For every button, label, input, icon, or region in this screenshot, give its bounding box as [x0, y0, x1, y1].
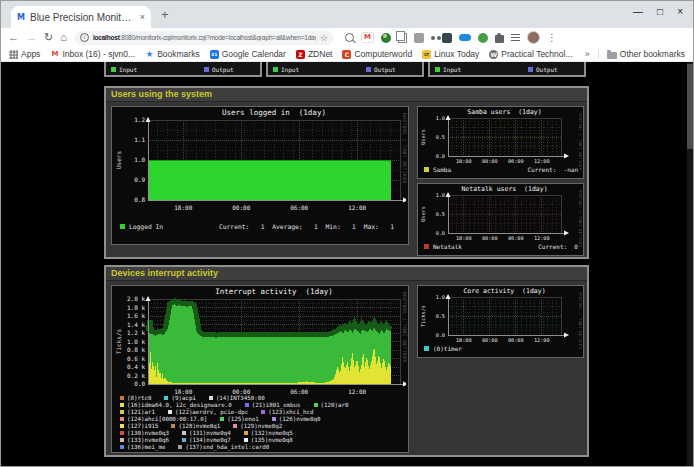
users-section: Users using the system Users logged in (… [104, 86, 589, 259]
y-tick-label: 0.8 [134, 196, 145, 203]
card-extension-icon[interactable] [414, 33, 424, 43]
legend-swatch [435, 67, 440, 72]
bookmark-star-icon[interactable]: ☆ [320, 33, 328, 43]
legend-swatch [164, 396, 168, 400]
url-host: localhost [93, 34, 120, 41]
graph-legend: NetatalkCurrent: 0 [424, 243, 578, 250]
x-tick-label: 06:00 [290, 388, 308, 395]
window-maximize-button[interactable]: □ [657, 6, 663, 17]
browser-tab[interactable]: M Blue Precision Monitorix × [11, 6, 151, 28]
address-bar[interactable]: i localhost:8080/monitorix-cgi/monitorix… [74, 31, 334, 45]
x-tick-label: 18:00 [456, 235, 472, 241]
page-info-icon[interactable]: i [80, 33, 89, 42]
core-activity-graph[interactable]: Core activity (1day)1.00.50.018:0000:000… [417, 285, 584, 358]
graph-title: Users logged in (1day) [148, 108, 400, 117]
legend-item-label: (131)nvme0q4 [189, 430, 231, 436]
extension-icons: M ⋮ [345, 31, 557, 44]
extensions-puzzle-icon[interactable] [495, 35, 504, 43]
legend-swatch [220, 417, 224, 421]
legend-swatch [244, 431, 248, 435]
legend-item: (125)eno1 [220, 416, 258, 422]
y-tick-label: 1.2 [134, 117, 145, 123]
x-tick-label: 12:00 [348, 388, 366, 395]
legend-item: (16)idma64.0, i2c_designware.0 [120, 402, 232, 408]
apps-grid-icon [9, 50, 18, 59]
home-icon[interactable]: ⌂ [60, 32, 67, 43]
tab-title: Blue Precision Monitorix [30, 12, 136, 23]
other-bookmarks[interactable]: Other bookmarks [607, 49, 685, 59]
legend-item-label: (132)nvme0q5 [251, 430, 293, 436]
bookmark-label: ZDNet [308, 49, 333, 59]
y-tick-label: 1.0 [436, 294, 445, 300]
legend-swatch [120, 224, 125, 229]
x-tick-label: 12:00 [534, 235, 550, 241]
legend-item: (21)i801_smbus [245, 402, 301, 408]
bookmark-item-computerworld[interactable]: CComputerworld [342, 49, 412, 59]
reading-list-icon[interactable] [511, 34, 520, 41]
legend-item-label: (135)nvme0q8 [251, 437, 293, 443]
window-minimize-button[interactable]: — [633, 6, 643, 17]
page-scrollbar[interactable] [687, 62, 693, 467]
bookmark-item-calendar[interactable]: 31Google Calendar [210, 49, 286, 59]
reload-icon[interactable]: ↻ [44, 32, 53, 43]
samba-users-graph[interactable]: Samba users (1day)1.00.50.018:0000:0006:… [417, 106, 584, 179]
x-tick-label: 18:00 [456, 158, 472, 164]
y-tick-label: 1.0 [134, 156, 145, 163]
back-icon[interactable]: ← [8, 32, 19, 43]
orb-extension-icon[interactable] [381, 33, 391, 43]
rrdtool-watermark: RRDTOOL / TOBI OETIKER [578, 113, 582, 170]
x-tick-label: 12:00 [348, 204, 366, 211]
y-tick-label: 0.5 [436, 134, 445, 140]
bookmark-item-practical[interactable]: WPractical Technol... [489, 49, 572, 59]
y-axis-label: Users [115, 151, 122, 169]
dark-square-extension-icon[interactable] [442, 33, 452, 43]
legend-item: (131)nvme0q4 [182, 430, 231, 436]
legend-item: (126)nvme0q0 [272, 416, 321, 422]
y-tick-label: 0.6 k [127, 355, 145, 362]
apps-shortcut[interactable]: Apps [9, 49, 40, 59]
legend-swatch [273, 67, 278, 72]
goggles-extension-icon[interactable] [431, 36, 435, 40]
bookmark-label: Inbox (16) - sjvn0... [62, 49, 135, 59]
new-tab-button[interactable]: + [161, 8, 169, 21]
bookmarks-overflow-chevron[interactable]: » [585, 49, 590, 59]
menu-kebab-icon[interactable]: ⋮ [547, 32, 557, 43]
legend-swatch [233, 424, 237, 428]
graph-legend: SambaCurrent: -nan [424, 166, 578, 173]
y-tick-label: 0.0 [436, 230, 445, 236]
green-dot-extension-icon[interactable] [478, 33, 488, 43]
netatalk-users-graph[interactable]: Netatalk users (1day)1.00.50.018:0000:00… [417, 183, 584, 256]
apps-label: Apps [21, 49, 40, 59]
legend-swatch [120, 396, 124, 400]
interrupt-activity-graph[interactable]: Interrupt activity (1day)2.0 k1.8 k1.6 k… [111, 285, 409, 453]
url-text[interactable]: localhost:8080/monitorix-cgi/monitorix.c… [93, 34, 316, 41]
copy-extension-icon[interactable] [398, 33, 407, 43]
bookmark-item-inbox[interactable]: MInbox (16) - sjvn0... [50, 49, 135, 59]
bookmark-item-linuxtoday[interactable]: LTLinux Today [422, 49, 479, 59]
x-tick-label: 18:00 [174, 204, 192, 211]
window-close-button[interactable]: × [677, 6, 683, 17]
legend-swatch [204, 67, 209, 72]
profile-avatar[interactable] [527, 31, 540, 44]
mail-extension-icon[interactable]: M [361, 32, 374, 43]
search-extension-icon[interactable] [345, 33, 354, 42]
bookmark-item-zdnet[interactable]: ZZDNet [296, 49, 333, 59]
legend-swatch [424, 244, 429, 249]
forward-icon[interactable]: → [26, 32, 37, 43]
computerworld-icon: C [342, 50, 351, 59]
users-logged-in-graph[interactable]: Users logged in (1day)1.21.11.00.90.818:… [111, 106, 409, 245]
tab-close-icon[interactable]: × [140, 12, 145, 22]
blue-capsule-extension-icon[interactable] [459, 34, 471, 41]
bookmark-item-bookmarks[interactable]: ★Bookmarks [145, 49, 200, 59]
legend-item: (129)nvme0q2 [233, 423, 282, 429]
y-tick-label: 0.2 k [127, 372, 145, 379]
calendar-icon: 31 [210, 50, 219, 59]
y-tick-label: 1.0 [436, 192, 445, 198]
scrollbar-thumb[interactable] [687, 64, 693, 149]
x-tick-label: 00:00 [482, 235, 498, 241]
legend-swatch [366, 67, 371, 72]
legend-item: (134)nvme0q7 [182, 437, 231, 443]
legend-label: Netatalk [433, 243, 462, 250]
y-tick-label: 0.9 [134, 176, 145, 183]
legend-row: (124)ahci[0000:00:17.0](125)eno1(126)nvm… [120, 416, 404, 423]
